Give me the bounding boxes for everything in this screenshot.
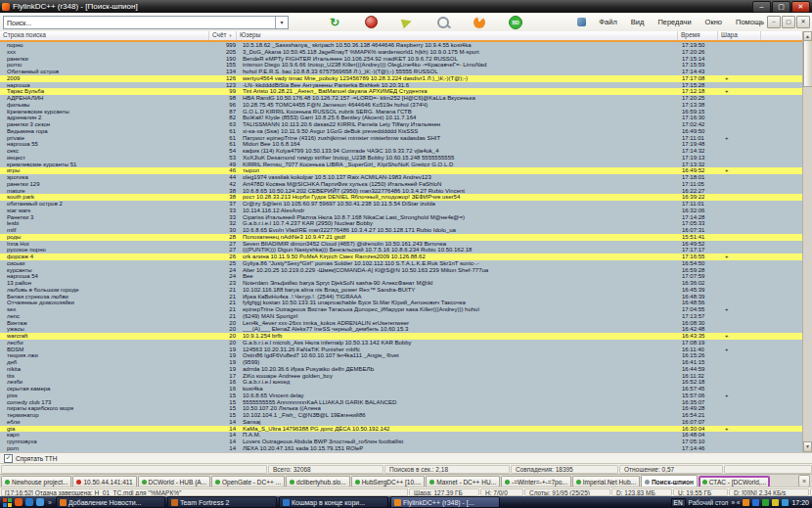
table-row[interactable]: private61Патриот epinepTrine (4316) zush… [0, 135, 803, 142]
table-row[interactable]: адреналин 282BoЖaК! Klyde (8553) Garri 1… [0, 115, 803, 121]
menu-item-2[interactable]: Передачи [651, 18, 698, 26]
table-row[interactable]: курсанты24Alter 10.20.25 10.219.0.229 -Ш… [0, 267, 803, 274]
table-row[interactable]: tits17ZiKo кошаре Andreee golden_boy16:1… [0, 373, 803, 380]
table-row[interactable]: групповуха14Lovers Outrageous Abdula BWP… [0, 439, 803, 445]
table-row[interactable]: 13 район23Noterdam Эльфийко barya Spryt … [0, 280, 803, 287]
table-row[interactable]: форсаж 426ork алина 10.11.9.50 PoMкA Kir… [0, 254, 803, 260]
table-row[interactable]: наргоша123-LN- kkddddBiSta Bee Антуанены… [0, 82, 803, 89]
table-row[interactable]: ебли14Sansaj16:07:07 [0, 419, 803, 426]
minimize-button[interactable]: – [752, 1, 771, 13]
refresh-icon[interactable]: ↻ [327, 15, 342, 30]
search-input[interactable]: Поиск... [4, 20, 275, 26]
table-row[interactable]: игры46тырол16:49:52+ [0, 167, 803, 174]
table-row[interactable]: секс54кафик (114) Kolya4799 10.50.133.94… [0, 148, 803, 155]
table-row[interactable]: Inna Hot27Seven BIIADIMIR dimon3452 Clou… [0, 241, 803, 248]
table-row[interactable]: роды28Попохапенец nAdiNe3 10.9.47.21 gsd… [0, 234, 803, 241]
table-row[interactable]: Винтаж20Len4k_4ever xxx-26xx innka_kokos… [0, 320, 803, 327]
table-row[interactable]: comedy club 173155555555555 AnnnnnnnnKaA… [0, 399, 803, 406]
table-row[interactable]: ранетки190BendeR eMPTy FIGHTER Итальянен… [0, 56, 803, 63]
mdi-minimize-button[interactable]: – [767, 16, 781, 28]
table-row[interactable]: ужасы20___(A)___ ElenaZ Aleks77 IneSS че… [0, 326, 803, 333]
table-row[interactable]: лесби20G.a.b.r.i.e.l microb_Ass Нюта inf… [0, 340, 803, 346]
table-row[interactable]: кремлевские курсанты 5149KIRRIL Remsu_70… [0, 162, 803, 168]
menu-item-1[interactable]: Вид [624, 18, 652, 26]
start-button[interactable] [3, 498, 12, 507]
menu-item-3[interactable]: Окно [699, 18, 729, 26]
table-row[interactable]: любовь в большом городе2110.102.116.188 … [0, 287, 803, 294]
table-row[interactable]: эротика44oleg1974 vassliak kokolpar 10.5… [0, 174, 803, 181]
table-row[interactable]: nikita19adrrda 10.20.36.6 Ирка Pusyatko … [0, 366, 803, 373]
chevron-down-icon[interactable]: ▾ [275, 17, 288, 28]
quicklaunch-icon-2[interactable] [25, 498, 33, 506]
table-row[interactable]: порно99910.5.18.62 _Sassshanya_ skripach… [0, 42, 803, 49]
scrollbar-thumb[interactable] [803, 40, 812, 87]
network-tray-icon[interactable] [752, 499, 759, 506]
flylink-tray-icon[interactable] [743, 499, 749, 506]
table-row[interactable]: porn14ЛЕХА 10.20.47.161 sada 10.15.79.15… [0, 445, 803, 452]
table-row[interactable]: карп14П.А.М.16:48:04 [0, 432, 803, 439]
table-row[interactable]: gta14KaMa_S_Ultra 14796388 PG допс ДЁСА … [0, 426, 803, 433]
quicklaunch-overflow[interactable]: » [48, 499, 52, 506]
hubs-icon[interactable] [363, 15, 379, 30]
antivirus-tray-icon[interactable] [762, 499, 769, 506]
scroll-down-arrow[interactable]: ▼ [803, 441, 812, 452]
table-row[interactable]: Обитаемый остров134hohol P.E.R.S. bac 10… [0, 69, 803, 75]
table-row[interactable]: Отчаянные домохозяйки21fyfghjgj kostan 1… [0, 300, 803, 306]
table-row[interactable]: АДРЕНАЛИН98HBA RandG 10.50.176.48 10.126… [0, 95, 803, 102]
maximize-button[interactable]: ▢ [772, 1, 790, 13]
column-header-0[interactable]: Строка поиска [0, 31, 209, 40]
mdi-close-button[interactable]: ✕ [796, 16, 810, 28]
mdi-restore-button[interactable]: ▢ [782, 16, 795, 28]
table-row[interactable]: пираты карибского моря1510.50.107.20 Лял… [0, 405, 803, 412]
table-row[interactable]: скрытая камера16kost4ka16:57:45 [0, 386, 803, 393]
flylink-icon[interactable] [472, 15, 487, 30]
table-row[interactable]: обитаемый остров 237Cr@zy S@lent 10.105.… [0, 201, 803, 208]
table-row[interactable]: lesbi32G.a.b.r.i.e.l 10.7.4.237 KAR (295… [0, 220, 803, 227]
column-header-1[interactable]: Счёт▼ [209, 31, 237, 40]
table-row[interactable]: Кремлевские курсанты87G.O.L.D KIRRIL Кос… [0, 109, 803, 115]
search-spy-icon[interactable] [435, 15, 451, 30]
table-row[interactable]: русское порно27(((PUNTIK))) Digun Nastys… [0, 247, 803, 254]
table-row[interactable]: ранетки 3 сезон63TALISSMANN 10.113.20.6 … [0, 121, 803, 128]
table-row[interactable]: Белая стрекоза любви21Ирка КаВиНо4ка .!.… [0, 294, 803, 300]
quicklaunch-icon-1[interactable] [15, 498, 23, 506]
table-row[interactable]: инцест53XoXJluK Desamond тимур strifter … [0, 155, 803, 162]
bd-badge-icon[interactable]: BD [508, 15, 523, 30]
table-row[interactable]: Ранетки 333Cipariss Итальяней Plazma Нют… [0, 214, 803, 221]
table-row[interactable]: лезби16G.a.b.r.i.e.l юнхед16:52:18 [0, 379, 803, 386]
close-button[interactable]: ✕ [791, 1, 810, 13]
table-row[interactable]: mature3810.6.8.65 10.50.124.202 СЕВЕРИЙ7… [0, 188, 803, 195]
table-row[interactable]: xxx2053_DoG_Akana 10.50.45.118 JageRnayT… [0, 49, 803, 56]
table-row[interactable]: ранетки 12942Art478D Косвна M@SICHKA Пар… [0, 181, 803, 188]
table-row[interactable]: sex21epinepTrine Outrageous Вистан Татас… [0, 306, 803, 313]
desktop-toolbar-arrows[interactable]: » « [731, 499, 740, 506]
filelist-icon[interactable] [399, 15, 415, 30]
table-row[interactable]: warcraft2010.9.1.254 brfb16:43:35+ [0, 333, 803, 340]
taskbar-task-2[interactable]: Кошмар в конце кори... [279, 496, 388, 508]
menu-item-0[interactable]: Файл [592, 18, 623, 26]
table-row[interactable]: наргоша 5424Bee17:07:59 [0, 273, 803, 280]
taskbar-task-3[interactable]: FlylinkDC++ (r348) - [... [390, 496, 500, 508]
hide-tth-checkbox[interactable]: ✓ [4, 454, 13, 463]
table-row[interactable]: лепс21(6249) MAN Sportgirl17:13:57 [0, 313, 803, 320]
desktop-toolbar[interactable]: Рабочий стол [689, 499, 729, 506]
column-header-2[interactable]: Юзеры [237, 31, 678, 40]
quicklaunch-icon-3[interactable] [36, 498, 44, 506]
table-row[interactable]: теория лжи19Ostin86 lgdF6Vu8ed7 10.60.10… [0, 352, 803, 359]
table-row[interactable]: сиськи25Gyliya.86 "Justy*Sexy*Girl" puma… [0, 260, 803, 267]
table-row[interactable]: porno155inismon Diego 10.9.6.66 Izotop_U… [0, 62, 803, 69]
vertical-scrollbar[interactable]: ▲ ▼ [802, 31, 812, 452]
table-row[interactable]: milf3010.6.8.65 EvoIn VladIRE man3227764… [0, 227, 803, 234]
taskbar-task-1[interactable]: Team Fortress 2 [167, 496, 277, 508]
table-row[interactable]: piss1510.6.8.65 Vincent delay15:57:06+ [0, 393, 803, 399]
table-row[interactable]: фильмы9610.28.75.45 TOMC4455 F@N Jameson… [0, 102, 803, 109]
search-combobox[interactable]: Поиск... ▾ [3, 16, 289, 29]
table-row[interactable]: BDSM19124563 10.20.31.26 FaNaTiK Punishe… [0, 346, 803, 353]
table-row[interactable]: Тарас Бульба99Tini Aristo 10.28.21 _Анге… [0, 88, 803, 95]
table-row[interactable]: днб19(9599)16:41:15 [0, 359, 803, 366]
column-header-3[interactable]: Время [678, 31, 718, 40]
language-indicator[interactable]: EN [671, 498, 686, 507]
column-header-4[interactable]: Шара [718, 31, 761, 40]
table-row[interactable]: Ведьмина гора61xi-ка-ха (Ssж) 10.11.9.50… [0, 128, 803, 135]
table-row[interactable]: терминатор1510.102.104.1 _Fish_ C@NЗВ@L … [0, 412, 803, 419]
